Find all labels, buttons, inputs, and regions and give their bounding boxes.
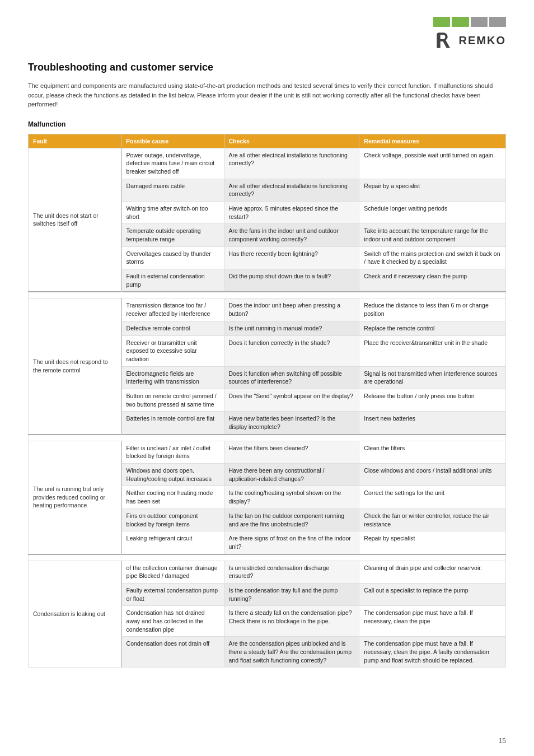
fault-cell: The unit does not respond to the remote … [29,298,121,435]
stripe-gray-1 [471,17,488,27]
remedy-cell: Repair by a specialist [359,179,506,201]
remedy-cell: Release the button / only press one butt… [359,389,506,411]
cause-cell: Fins on outdoor component blocked by for… [121,508,224,531]
remedy-cell: Close windows and doors / install additi… [359,464,506,486]
check-cell: Are all other electrical installations f… [224,179,359,201]
page-title: Troubleshooting and customer service [28,62,506,73]
cause-cell: Neither cooling nor heating mode has bee… [121,486,224,508]
check-cell: Does the indoor unit beep when pressing … [224,298,359,321]
remedy-cell: Check voltage, possible wait until turne… [359,148,506,179]
cause-cell: Temperate outside operating temperature … [121,224,224,246]
cause-cell: Damaged mains cable [121,179,224,201]
remedy-cell: Correct the settings for the unit [359,486,506,508]
logo-text: REMKO [459,34,506,47]
remedy-cell: Cleaning of drain pipe and collector res… [359,561,506,583]
logo-main: REMKO [433,30,506,50]
check-cell: Are there signs of frost on the fins of … [224,531,359,554]
cause-cell: Waiting time after switch-on too short [121,201,224,223]
check-cell: Have the filters been cleaned? [224,441,359,463]
page: REMKO Troubleshooting and customer servi… [0,0,534,756]
col-remedy: Remedial measures [359,134,506,148]
cause-cell: Receiver or transmitter unit exposed to … [121,335,224,366]
cause-cell: Windows and doors open. Heating/cooling … [121,464,224,486]
remedy-cell: Take into account the temperature range … [359,224,506,246]
cause-cell: Leaking refrigerant circuit [121,531,224,554]
remedy-cell: Reduce the distance to less than 6 m or … [359,298,506,321]
table-row: The unit does not start or switches itse… [29,148,506,179]
check-cell: Have there been any constructional / app… [224,464,359,486]
fault-cell: The unit is running but only provides re… [29,441,121,554]
section-title: Malfunction [28,120,506,128]
cause-cell: Power outage, undervoltage, defective ma… [121,148,224,179]
spacer-row [29,292,506,298]
cause-cell: Filter is unclean / air inlet / outlet b… [121,441,224,463]
remedy-cell: Check the fan or winter controller, redu… [359,508,506,531]
cause-cell: Overvoltages caused by thunder storms [121,246,224,269]
check-cell: Does it function when switching off poss… [224,366,359,389]
check-cell: Is there a steady fall on the condensati… [224,606,359,637]
check-cell: Are the condensation pipes unblocked and… [224,637,359,668]
table-row: Condensation is leaking outof the collec… [29,561,506,583]
stripe-gray-2 [489,17,506,27]
fault-cell: Condensation is leaking out [29,561,121,668]
remedy-cell: Signal is not transmitted when interfere… [359,366,506,389]
check-cell: Is unrestricted condensation discharge e… [224,561,359,583]
cause-cell: Condensation has not drained away and ha… [121,606,224,637]
cause-cell: Defective remote control [121,321,224,335]
spacer-row [29,554,506,561]
cause-cell: of the collection container drainage pip… [121,561,224,583]
check-cell: Is the unit running in manual mode? [224,321,359,335]
logo-area: REMKO [28,17,506,50]
check-cell: Have new batteries been inserted? Is the… [224,412,359,435]
col-checks: Checks [224,134,359,148]
table-header-row: Fault Possible cause Checks Remedial mea… [29,134,506,148]
cause-cell: Batteries in remote control are flat [121,412,224,435]
check-cell: Is the cooling/heating symbol shown on t… [224,486,359,508]
check-cell: Did the pump shut down due to a fault? [224,269,359,292]
spacer-row [29,435,506,441]
remedy-cell: Place the receiver&transmitter unit in t… [359,335,506,366]
troubleshooting-table: Fault Possible cause Checks Remedial mea… [28,134,506,668]
col-fault: Fault [29,134,121,148]
remedy-cell: Call out a specialist to replace the pum… [359,583,506,605]
col-cause: Possible cause [121,134,224,148]
check-cell: Does it function correctly in the shade? [224,335,359,366]
remedy-cell: Insert new batteries [359,412,506,435]
check-cell: Is the fan on the outdoor component runn… [224,508,359,531]
check-cell: Are all other electrical installations f… [224,148,359,179]
remedy-cell: Replace the remote control [359,321,506,335]
stripe-green-2 [452,17,469,27]
remedy-cell: Switch off the mains protection and swit… [359,246,506,269]
check-cell: Are the fans in the indoor unit and outd… [224,224,359,246]
cause-cell: Condensation does not drain off [121,637,224,668]
remedy-cell: Clean the filters [359,441,506,463]
table-row: The unit is running but only provides re… [29,441,506,463]
stripe-green-1 [433,17,450,27]
remedy-cell: The condensation pipe must have a fall. … [359,637,506,668]
check-cell: Have approx. 5 minutes elapsed since the… [224,201,359,223]
check-cell: Does the "Send" symbol appear on the dis… [224,389,359,411]
cause-cell: Transmission distance too far / receiver… [121,298,224,321]
remedy-cell: Repair by specialist [359,531,506,554]
cause-cell: Faulty external condensation pump or flo… [121,583,224,605]
fault-cell: The unit does not start or switches itse… [29,148,121,292]
cause-cell: Electromagnetic fields are interfering w… [121,366,224,389]
logo-box: REMKO [433,17,506,50]
logo-stripes [433,17,506,27]
remedy-cell: Schedule longer waiting periods [359,201,506,223]
cause-cell: Fault in external condensation pump [121,269,224,292]
remedy-cell: The condensation pipe must have a fall. … [359,606,506,637]
remko-logo-icon [433,30,456,50]
intro-text: The equipment and components are manufac… [28,81,506,109]
check-cell: Has there recently been lightning? [224,246,359,269]
table-row: The unit does not respond to the remote … [29,298,506,321]
cause-cell: Button on remote control jammed / two bu… [121,389,224,411]
page-number: 15 [499,737,506,745]
remedy-cell: Check and if necessary clean the pump [359,269,506,292]
check-cell: Is the condensation tray full and the pu… [224,583,359,605]
